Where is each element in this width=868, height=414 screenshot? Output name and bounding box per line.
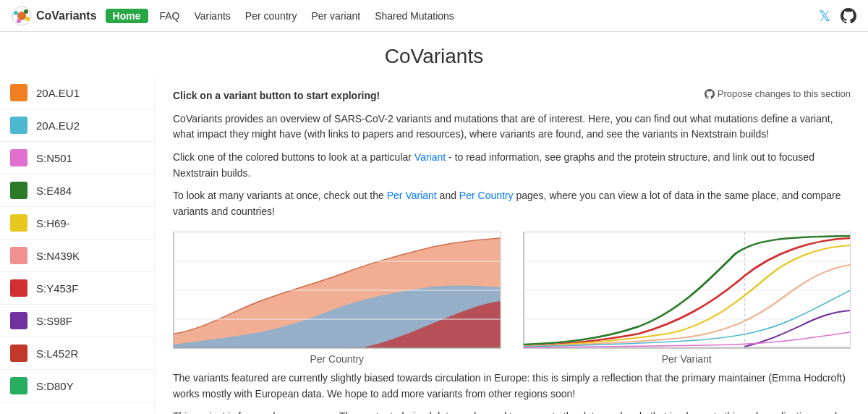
sidebar-color-swatch <box>10 117 27 134</box>
nav-per-variant[interactable]: Per variant <box>311 10 360 22</box>
para3: To look at many variants at once, check … <box>173 188 851 219</box>
github-icon[interactable] <box>841 8 856 24</box>
para2: Click one of the colored buttons to look… <box>173 150 851 181</box>
para2-before: Click one of the colored buttons to look… <box>173 151 414 163</box>
nav-links: FAQ Variants Per country Per variant Sha… <box>160 10 454 22</box>
sidebar-item[interactable]: S:S98F <box>0 305 155 337</box>
chart-per-country-svg-wrap <box>173 232 501 349</box>
per-country-link[interactable]: Per Country <box>459 190 514 201</box>
para1: CoVariants provides an overview of SARS-… <box>173 111 851 143</box>
sidebar-item[interactable]: S:L452R <box>0 337 155 370</box>
sidebar-item[interactable]: S:E484 <box>0 174 155 207</box>
sidebar-item-label: S:N501 <box>36 152 72 164</box>
twitter-icon[interactable]: 𝕏 <box>819 7 830 25</box>
home-button[interactable]: Home <box>106 9 148 23</box>
svg-point-2 <box>14 11 18 15</box>
navbar: CoVariants Home FAQ Variants Per country… <box>0 0 868 32</box>
propose-text: Propose changes to this section <box>718 88 851 99</box>
sidebar-item[interactable]: S:N439K <box>0 240 155 272</box>
propose-changes-link[interactable]: Propose changes to this section <box>705 88 851 99</box>
sidebar-item[interactable]: S:H69- <box>0 207 155 240</box>
chart1-label: Per Country <box>310 353 364 365</box>
sidebar-color-swatch <box>10 247 27 264</box>
chart-per-country: Per Country <box>173 232 501 365</box>
sidebar-item[interactable]: S:Y453F <box>0 272 155 305</box>
sidebar: 20A.EU120A.EU2S:N501S:E484S:H69-S:N439KS… <box>0 77 156 414</box>
page-title: CoVariants <box>0 32 868 77</box>
para5: This project is free and open source. Th… <box>173 409 851 414</box>
sidebar-color-swatch <box>10 149 27 166</box>
per-variant-link[interactable]: Per Variant <box>387 190 437 201</box>
chart-per-variant: Per Variant <box>523 232 851 365</box>
nav-social: 𝕏 <box>819 7 856 25</box>
github-small-icon <box>705 89 715 99</box>
sidebar-item-label: 20A.EU1 <box>36 87 80 99</box>
logo-icon <box>12 6 32 26</box>
sidebar-item-label: 20A.EU2 <box>36 119 80 132</box>
sidebar-item[interactable]: 20A.EU1 <box>0 77 155 109</box>
charts-row: Per Country <box>173 232 851 365</box>
chart-per-variant-svg-wrap <box>523 232 851 349</box>
para3-before: To look at many variants at once, check … <box>173 190 387 201</box>
sidebar-item[interactable]: S:N501 <box>0 142 155 174</box>
variant-link[interactable]: Variant <box>414 151 446 163</box>
sidebar-item-label: S:E484 <box>36 185 72 197</box>
sidebar-color-swatch <box>10 345 27 362</box>
sidebar-color-swatch <box>10 214 27 232</box>
content-body: Click on a variant button to start explo… <box>173 88 851 414</box>
svg-point-4 <box>25 17 30 21</box>
chart2-label: Per Variant <box>662 353 712 365</box>
sidebar-item-label: S:D80Y <box>36 380 74 392</box>
nav-faq[interactable]: FAQ <box>160 10 180 22</box>
sidebar-item-label: S:H69- <box>36 217 70 229</box>
nav-per-country[interactable]: Per country <box>245 10 297 22</box>
para4: The variants featured are currently slig… <box>173 371 851 402</box>
sidebar-item-label: S:N439K <box>36 250 80 262</box>
para5-before: This project is free and open source. Th… <box>173 410 846 414</box>
content-area: Propose changes to this section Click on… <box>156 77 868 414</box>
logo-text: CoVariants <box>36 9 97 22</box>
sidebar-item-label: S:L452R <box>36 347 78 360</box>
sidebar-color-swatch <box>10 279 27 297</box>
sidebar-color-swatch <box>10 182 27 199</box>
sidebar-color-swatch <box>10 312 27 329</box>
site-logo[interactable]: CoVariants <box>12 6 97 26</box>
sidebar-color-swatch <box>10 377 27 394</box>
sidebar-item-label: S:S98F <box>36 315 72 327</box>
main-layout: 20A.EU120A.EU2S:N501S:E484S:H69-S:N439KS… <box>0 77 868 414</box>
sidebar-item[interactable]: S:D80Y <box>0 370 155 402</box>
para3-mid: and <box>437 190 459 201</box>
nav-variants[interactable]: Variants <box>195 10 231 22</box>
svg-point-3 <box>24 9 28 14</box>
sidebar-item-label: S:Y453F <box>36 282 78 295</box>
svg-point-5 <box>17 19 21 23</box>
sidebar-color-swatch <box>10 84 27 101</box>
sidebar-item[interactable]: 20A.EU2 <box>0 109 155 142</box>
nav-shared-mutations[interactable]: Shared Mutations <box>375 10 454 22</box>
